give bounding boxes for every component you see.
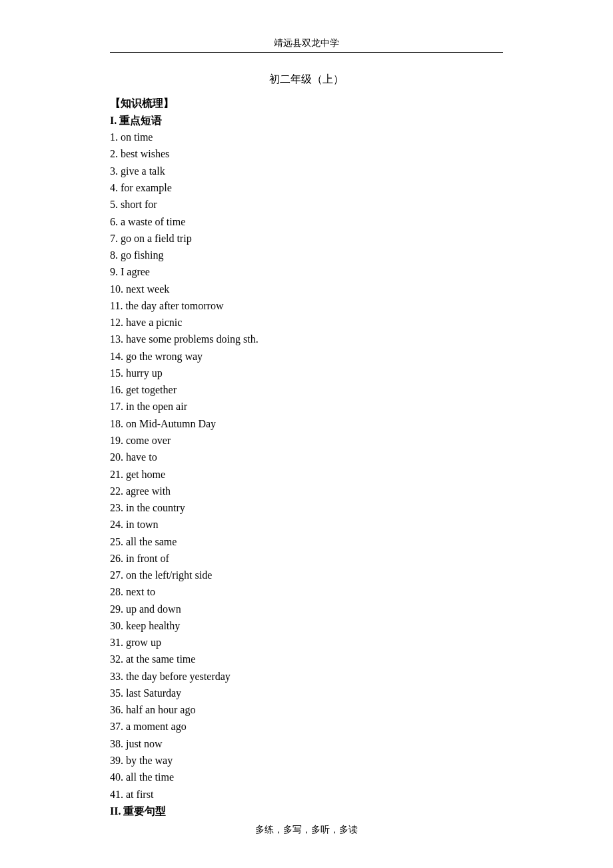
list-item: 24. in town (110, 516, 503, 533)
list-item: 21. get home (110, 466, 503, 483)
list-item: 13. have some problems doing sth. (110, 331, 503, 347)
document-page: 靖远县双龙中学 初二年级（上） 【知识梳理】 I. 重点短语 1. on tim… (0, 0, 613, 868)
page-footer: 多练，多写，多听，多读 (0, 824, 613, 836)
list-item: 3. give a talk (110, 163, 503, 179)
list-item: 37. a moment ago (110, 718, 503, 735)
list-item: 22. agree with (110, 483, 503, 499)
list-item: 8. go fishing (110, 247, 503, 263)
list-item: 7. go on a field trip (110, 230, 503, 247)
subheading-phrases: I. 重点短语 (110, 112, 503, 129)
list-item: 40. all the time (110, 769, 503, 785)
list-item: 32. at the same time (110, 651, 503, 667)
list-item: 14. go the wrong way (110, 348, 503, 365)
list-item: 26. in front of (110, 550, 503, 567)
list-item: 30. keep healthy (110, 617, 503, 634)
document-title: 初二年级（上） (110, 73, 503, 87)
list-item: 11. the day after tomorrow (110, 297, 503, 314)
list-item: 31. grow up (110, 634, 503, 651)
content-area: 初二年级（上） 【知识梳理】 I. 重点短语 1. on time 2. bes… (110, 53, 503, 819)
list-item: 29. up and down (110, 601, 503, 617)
list-item: 5. short for (110, 196, 503, 213)
list-item: 4. for example (110, 179, 503, 196)
list-item: 1. on time (110, 129, 503, 145)
list-item: 38. just now (110, 735, 503, 752)
subheading-sentences: II. 重要句型 (110, 803, 503, 820)
list-item: 9. I agree (110, 263, 503, 280)
section-label: 【知识梳理】 (110, 95, 503, 112)
list-item: 12. have a picnic (110, 314, 503, 331)
list-item: 15. hurry up (110, 365, 503, 381)
page-header: 靖远县双龙中学 (0, 0, 613, 49)
list-item: 36. half an hour ago (110, 701, 503, 718)
list-item: 27. on the left/right side (110, 567, 503, 583)
list-item: 16. get together (110, 381, 503, 398)
list-item: 18. on Mid-Autumn Day (110, 415, 503, 432)
list-item: 17. in the open air (110, 398, 503, 415)
list-item: 25. all the same (110, 533, 503, 550)
list-item: 23. in the country (110, 499, 503, 516)
list-item: 6. a waste of time (110, 213, 503, 230)
list-item: 19. come over (110, 432, 503, 449)
list-item: 39. by the way (110, 752, 503, 769)
list-item: 41. at first (110, 786, 503, 803)
list-item: 28. next to (110, 583, 503, 600)
list-item: 10. next week (110, 281, 503, 297)
list-item: 2. best wishes (110, 145, 503, 162)
list-item: 35. last Saturday (110, 685, 503, 701)
list-item: 33. the day before yesterday (110, 668, 503, 685)
list-item: 20. have to (110, 449, 503, 465)
